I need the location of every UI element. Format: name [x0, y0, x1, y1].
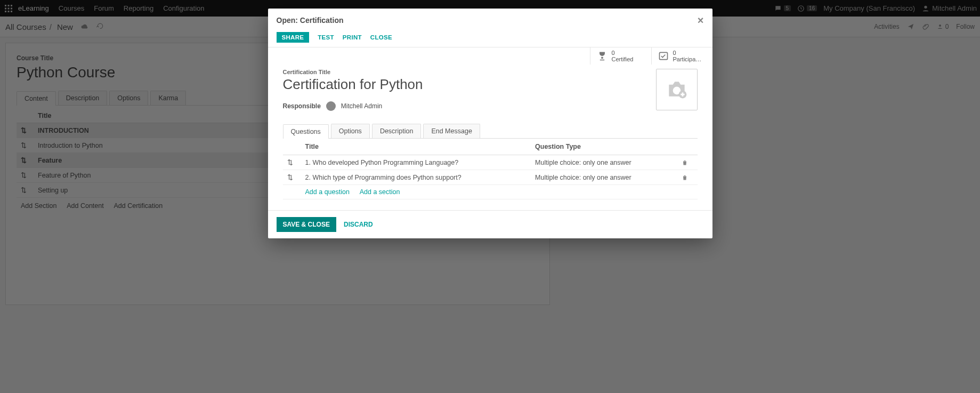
delete-row-icon[interactable]: [677, 170, 698, 185]
save-close-button[interactable]: SAVE & CLOSE: [277, 217, 336, 232]
modal-footer: SAVE & CLOSE DISCARD: [268, 210, 712, 238]
tab-description[interactable]: Description: [372, 124, 422, 138]
add-section-link[interactable]: Add a section: [360, 188, 400, 196]
table-row[interactable]: ⇅ 1. Who developed Python Programming La…: [283, 155, 698, 170]
close-button[interactable]: CLOSE: [370, 32, 392, 43]
discard-button[interactable]: DISCARD: [344, 221, 373, 228]
table-row[interactable]: ⇅ 2. Which type of Programming does Pyth…: [283, 170, 698, 185]
drag-handle-icon[interactable]: ⇅: [283, 155, 301, 170]
modal-overlay: Open: Certification × SHARE TEST PRINT C…: [0, 0, 980, 393]
stat-certified[interactable]: 0Certified: [590, 47, 651, 65]
cert-title-value[interactable]: Certification for Python: [283, 76, 698, 93]
image-upload-placeholder[interactable]: [656, 69, 698, 110]
drag-handle-icon[interactable]: ⇅: [283, 170, 301, 185]
qcol-qtype: Question Type: [531, 139, 677, 155]
stat-participants[interactable]: 0Participa…: [651, 47, 712, 65]
add-question-link[interactable]: Add a question: [305, 188, 350, 196]
trophy-icon: [597, 51, 608, 61]
cert-title-label: Certification Title: [283, 69, 698, 75]
print-button[interactable]: PRINT: [343, 32, 362, 43]
stat-row: 0Certified 0Participa…: [268, 47, 712, 65]
close-icon[interactable]: ×: [698, 15, 704, 26]
camera-plus-icon: [665, 78, 689, 101]
qcol-title: Title: [301, 139, 531, 155]
tab-options[interactable]: Options: [331, 124, 370, 138]
certification-modal: Open: Certification × SHARE TEST PRINT C…: [268, 9, 712, 238]
questions-table: Title Question Type ⇅ 1. Who developed P…: [283, 139, 698, 199]
share-button[interactable]: SHARE: [277, 32, 310, 43]
responsible-row: Responsible Mitchell Admin: [283, 101, 656, 111]
tab-questions[interactable]: Questions: [283, 124, 329, 139]
modal-title: Open: Certification: [277, 16, 344, 25]
test-button[interactable]: TEST: [318, 32, 334, 43]
modal-body: Certification Title Certification for Py…: [268, 65, 712, 210]
avatar: [326, 101, 336, 111]
checklist-icon: [658, 51, 669, 61]
modal-toolbar: SHARE TEST PRINT CLOSE: [268, 32, 712, 47]
inner-tabs: Questions Options Description End Messag…: [283, 124, 698, 139]
modal-header: Open: Certification ×: [268, 9, 712, 32]
responsible-label: Responsible: [283, 102, 321, 110]
responsible-value[interactable]: Mitchell Admin: [341, 102, 382, 110]
tab-end-message[interactable]: End Message: [423, 124, 480, 138]
delete-row-icon[interactable]: [677, 155, 698, 170]
